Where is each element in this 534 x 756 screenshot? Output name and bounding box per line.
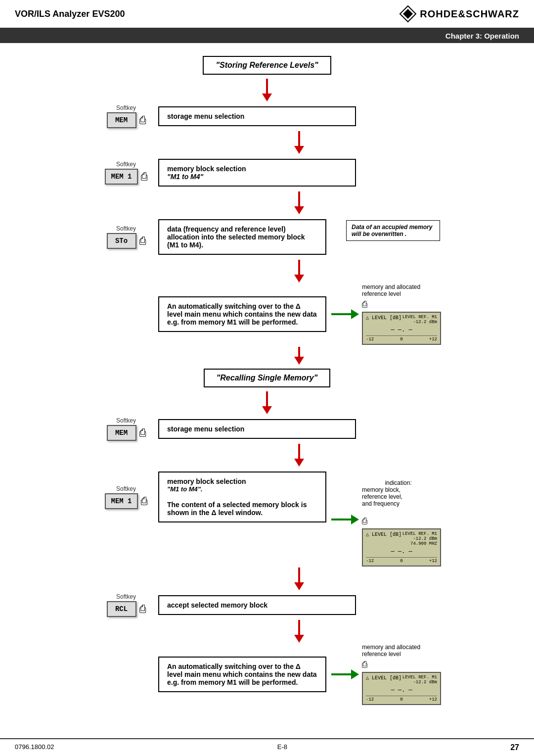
rs-logo-icon <box>399 5 417 23</box>
display-value-1: — —. — <box>366 326 437 334</box>
display-top-2: △ LEVEL [dB] LEVEL REF. M1-12.2 dBm74.90… <box>366 531 437 546</box>
arrow-1 <box>262 79 272 101</box>
svg-marker-1 <box>403 9 413 19</box>
section-recalling: "Recalling Single Memory" Softkey MEM ⎙ … <box>15 366 519 705</box>
chapter-text: Chapter 3: Operation <box>445 32 519 40</box>
arrow-8 <box>294 620 304 643</box>
accept-memory-box: accept selected memory block <box>158 593 440 617</box>
display-arrow-2: indication: memory block, reference leve… <box>331 472 441 567</box>
display-numbers-2: -12 0 +12 <box>366 559 437 564</box>
storage-menu-box: storage menu selection <box>158 104 440 128</box>
softkey-mem1b-col: Softkey MEM 1 ⎙ <box>94 485 158 509</box>
mem-button[interactable]: MEM <box>107 112 136 128</box>
softkey-rcl-col: Softkey RCL ⎙ <box>94 593 158 617</box>
green-arrow-3 <box>331 669 359 679</box>
overwrite-note-text: Data of an accupied memory will be overw… <box>346 220 440 241</box>
step-mem1-recall: Softkey MEM 1 ⎙ memory block selection "… <box>94 470 326 524</box>
auto-switch-section: An automatically switching over to the Δ… <box>94 259 440 345</box>
mem1-button[interactable]: MEM 1 <box>105 169 137 185</box>
display-top-1: △ LEVEL [dB] LEVEL REF. M1-12.2 dBm <box>366 315 437 325</box>
auto-switch-box-wrap: An automatically switching over to the Δ… <box>94 294 326 334</box>
arrow-3 <box>294 191 304 214</box>
page-header: VOR/ILS Analyzer EVS200 ROHDE&SCHWARZ <box>0 0 534 29</box>
arrow-2 <box>294 131 304 154</box>
softkey-label-6: Softkey <box>116 593 136 600</box>
sto-alloc-box: data (frequency and reference level) all… <box>158 217 326 257</box>
softkey-label-3: Softkey <box>116 225 136 232</box>
display-arrow-3: memory and allocated reference level ⎙ △… <box>331 644 441 705</box>
step-mem2-storage: Softkey MEM ⎙ storage menu selection <box>94 417 440 441</box>
arrow-7 <box>294 567 304 590</box>
step-mem1-select: Softkey MEM 1 ⎙ memory block selection "… <box>94 157 440 189</box>
display-icon-3: ⎙ <box>362 660 441 670</box>
memory-block-box: memory block selection "M1 to M4" <box>158 157 440 189</box>
storage-menu-text: storage menu selection <box>158 106 356 126</box>
step-mem-storage: Softkey MEM ⎙ storage menu selection <box>94 104 440 128</box>
softkey-mem-col: Softkey MEM ⎙ <box>94 104 158 128</box>
storing-title: "Storing Reference Levels" <box>203 56 331 75</box>
storage-menu2-box: storage menu selection <box>158 417 440 441</box>
display-arrow-1: memory and allocated reference level ⎙ △… <box>331 284 441 345</box>
display-box-3: △ LEVEL [dB] LEVEL REF. M1-12.2 dBm — —.… <box>362 672 441 705</box>
document-title: VOR/ILS Analyzer EVS200 <box>15 9 125 19</box>
step-rcl: Softkey RCL ⎙ accept selected memory blo… <box>94 593 440 617</box>
footer-right: 27 <box>510 743 519 752</box>
main-content: "Storing Reference Levels" Softkey MEM ⎙… <box>0 48 534 710</box>
sto-icon: ⎙ <box>139 235 146 247</box>
logo-text: ROHDE&SCHWARZ <box>420 8 519 20</box>
arrow-section2 <box>294 347 304 365</box>
right-label-1: memory and allocated reference level <box>362 284 426 297</box>
mem2-button[interactable]: MEM <box>107 425 136 441</box>
mem1b-icon: ⎙ <box>141 495 147 508</box>
display-icon-1: ⎙ <box>362 299 441 310</box>
arrow-6 <box>294 444 304 467</box>
display-area-3: memory and allocated reference level ⎙ △… <box>362 644 441 705</box>
memory-block2-box: memory block selection "M1 to M4". The c… <box>158 470 326 524</box>
softkey-label-2: Softkey <box>116 161 136 168</box>
footer-center: E-8 <box>277 743 287 752</box>
softkey-label-1: Softkey <box>116 104 136 111</box>
softkey-label-5: Softkey <box>116 485 136 492</box>
auto-switch-row: An automatically switching over to the Δ… <box>94 284 440 345</box>
rcl-icon: ⎙ <box>139 603 146 615</box>
right-label-2: indication: memory block, reference leve… <box>362 472 426 514</box>
mem1b-button[interactable]: MEM 1 <box>105 493 137 509</box>
auto-switch2-row: An automatically switching over to the Δ… <box>94 644 440 705</box>
softkey-mem2-col: Softkey MEM ⎙ <box>94 417 158 441</box>
chapter-banner: Chapter 3: Operation <box>0 29 534 43</box>
display-area-2: indication: memory block, reference leve… <box>362 472 441 567</box>
rcl-button[interactable]: RCL <box>107 601 136 617</box>
step-sto-row: Softkey STo ⎙ data (frequency and refere… <box>94 217 326 257</box>
sto-alloc-text: data (frequency and reference level) all… <box>158 219 326 255</box>
softkey-mem1-col: Softkey MEM 1 ⎙ <box>94 161 158 185</box>
overwrite-note: Data of an accupied memory will be overw… <box>336 220 440 241</box>
softkey-sto-col: Softkey STo ⎙ <box>94 225 158 249</box>
section-storing: "Storing Reference Levels" Softkey MEM ⎙… <box>15 53 519 345</box>
green-arrow-2 <box>331 515 359 524</box>
arrow-4 <box>294 260 304 283</box>
display-top-3: △ LEVEL [dB] LEVEL REF. M1-12.2 dBm <box>366 675 437 685</box>
step-mem1-recall-wrap: Softkey MEM 1 ⎙ memory block selection "… <box>94 468 440 567</box>
display-value-2: — —. — <box>366 547 437 556</box>
mem1-icon: ⎙ <box>141 170 147 183</box>
sto-button[interactable]: STo <box>107 233 136 249</box>
green-arrow-1 <box>331 309 359 319</box>
display-area-1: memory and allocated reference level ⎙ △… <box>362 284 441 345</box>
recalling-title: "Recalling Single Memory" <box>204 369 331 387</box>
arrow-5 <box>262 391 272 414</box>
display-box-2: △ LEVEL [dB] LEVEL REF. M1-12.2 dBm74.90… <box>362 528 441 567</box>
auto-switch2-section: An automatically switching over to the Δ… <box>94 619 440 705</box>
step-mem1-recall-left: Softkey MEM 1 ⎙ memory block selection "… <box>94 468 326 526</box>
memory-block-text: memory block selection "M1 to M4" <box>158 159 356 187</box>
auto-switch2-text: An automatically switching over to the Δ… <box>158 657 326 692</box>
mem2-icon: ⎙ <box>139 426 146 439</box>
display-numbers-3: -12 0 +12 <box>366 697 437 702</box>
right-label-3: memory and allocated reference level <box>362 644 426 658</box>
logo-area: ROHDE&SCHWARZ <box>399 5 519 23</box>
memory-block2-text: memory block selection "M1 to M4". The c… <box>158 472 326 522</box>
step-sto-alloc: Softkey STo ⎙ data (frequency and refere… <box>94 215 440 259</box>
auto-switch-text: An automatically switching over to the Δ… <box>158 296 326 332</box>
storage-menu2-text: storage menu selection <box>158 419 356 439</box>
flowchart: "Storing Reference Levels" Softkey MEM ⎙… <box>15 53 519 705</box>
accept-memory-text: accept selected memory block <box>158 595 356 615</box>
